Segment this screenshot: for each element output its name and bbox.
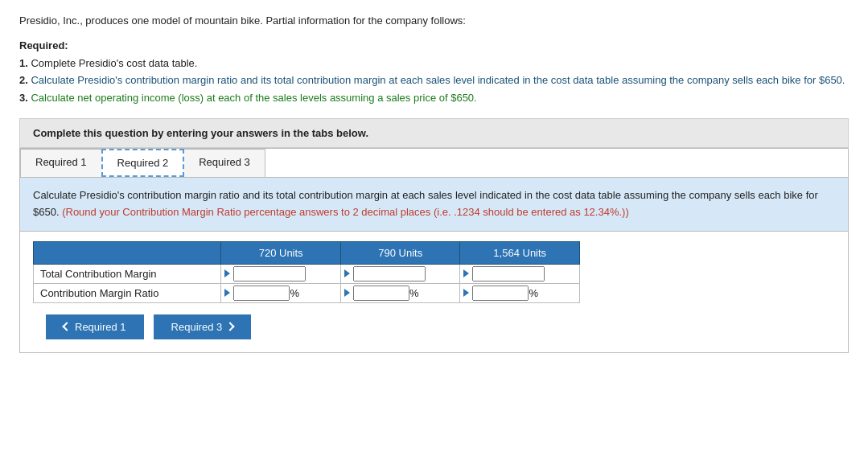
- req2-number: 2.: [19, 74, 28, 86]
- input-cell-cmr-790: %: [340, 283, 460, 302]
- tabs-row: Required 1 Required 2 Required 3: [20, 149, 848, 178]
- required-header: Required:: [19, 38, 849, 54]
- prev-button-label: Required 1: [75, 321, 126, 333]
- percent-sign-720: %: [290, 287, 299, 299]
- arrow-icon-tcm-790: [344, 269, 350, 277]
- arrow-icon-cmr-1564: [463, 289, 469, 297]
- input-wrapper-tcm-790: [344, 266, 457, 281]
- col-header-720: 720 Units: [221, 241, 341, 264]
- instruction-box: Complete this question by entering your …: [19, 118, 849, 148]
- row-label-total-contribution: Total Contribution Margin: [34, 264, 221, 283]
- intro-text: Presidio, Inc., produces one model of mo…: [19, 14, 849, 27]
- arrow-icon-cmr-720: [224, 289, 230, 297]
- input-wrapper-cmr-1564: %: [463, 286, 576, 301]
- tab-required1[interactable]: Required 1: [20, 149, 102, 177]
- tabs-container: Required 1 Required 2 Required 3 Calcula…: [19, 148, 849, 353]
- table-row-contribution-ratio: Contribution Margin Ratio % %: [34, 283, 580, 302]
- tab-content-highlight: (Round your Contribution Margin Ratio pe…: [62, 206, 629, 218]
- input-cell-cmr-720: %: [221, 283, 341, 302]
- required-section: Required: 1. Complete Presidio's cost da…: [19, 38, 849, 105]
- chevron-right-icon: [226, 322, 235, 331]
- arrow-icon-tcm-1564: [463, 269, 469, 277]
- input-wrapper-tcm-720: [224, 266, 337, 281]
- input-wrapper-tcm-1564: [463, 266, 576, 281]
- input-cmr-1564[interactable]: [472, 286, 529, 301]
- chevron-left-icon: [62, 322, 71, 331]
- input-cmr-790[interactable]: [353, 286, 409, 301]
- tab-required3[interactable]: Required 3: [183, 149, 265, 177]
- input-cmr-720[interactable]: [233, 286, 290, 301]
- requirement-2: 2. Calculate Presidio's contribution mar…: [19, 72, 849, 88]
- req1-text: Complete Presidio's cost data table.: [31, 57, 197, 69]
- tab-content-description: Calculate Presidio's contribution margin…: [20, 178, 848, 232]
- tab-required2[interactable]: Required 2: [101, 149, 185, 177]
- buttons-row: Required 1 Required 3: [33, 314, 835, 339]
- arrow-icon-cmr-790: [344, 289, 350, 297]
- input-cell-tcm-790: [340, 264, 460, 283]
- input-wrapper-cmr-720: %: [224, 286, 337, 301]
- contribution-table: 720 Units 790 Units 1,564 Units Total Co…: [33, 241, 580, 303]
- tab-required3-label: Required 3: [199, 156, 250, 168]
- req3-number: 3.: [19, 92, 28, 104]
- percent-sign-1564: %: [529, 287, 538, 299]
- next-button[interactable]: Required 3: [154, 314, 252, 339]
- tab-required2-label: Required 2: [117, 157, 169, 169]
- arrow-icon-tcm-720: [224, 269, 230, 277]
- col-header-empty: [34, 241, 221, 264]
- col-header-790: 790 Units: [340, 241, 460, 264]
- req1-number: 1.: [19, 57, 28, 69]
- table-row-total-contribution: Total Contribution Margin: [34, 264, 580, 283]
- req3-text: Calculate net operating income (loss) at…: [31, 92, 476, 104]
- instruction-text: Complete this question by entering your …: [33, 127, 368, 139]
- row-label-contribution-ratio: Contribution Margin Ratio: [34, 283, 221, 302]
- tab-required1-label: Required 1: [35, 156, 87, 168]
- next-button-label: Required 3: [171, 321, 223, 333]
- data-table-wrapper: 720 Units 790 Units 1,564 Units Total Co…: [20, 232, 848, 352]
- percent-sign-790: %: [409, 287, 419, 299]
- col-header-1564: 1,564 Units: [460, 241, 580, 264]
- requirement-3: 3. Calculate net operating income (loss)…: [19, 90, 849, 106]
- input-tcm-1564[interactable]: [472, 266, 545, 281]
- requirement-1: 1. Complete Presidio's cost data table.: [19, 55, 849, 72]
- input-cell-tcm-720: [221, 264, 341, 283]
- req2-text: Calculate Presidio's contribution margin…: [31, 74, 845, 86]
- input-wrapper-cmr-790: %: [344, 286, 457, 301]
- input-tcm-720[interactable]: [233, 266, 306, 281]
- prev-button[interactable]: Required 1: [46, 314, 144, 339]
- input-cell-tcm-1564: [460, 264, 580, 283]
- input-tcm-790[interactable]: [353, 266, 426, 281]
- input-cell-cmr-1564: %: [460, 283, 580, 302]
